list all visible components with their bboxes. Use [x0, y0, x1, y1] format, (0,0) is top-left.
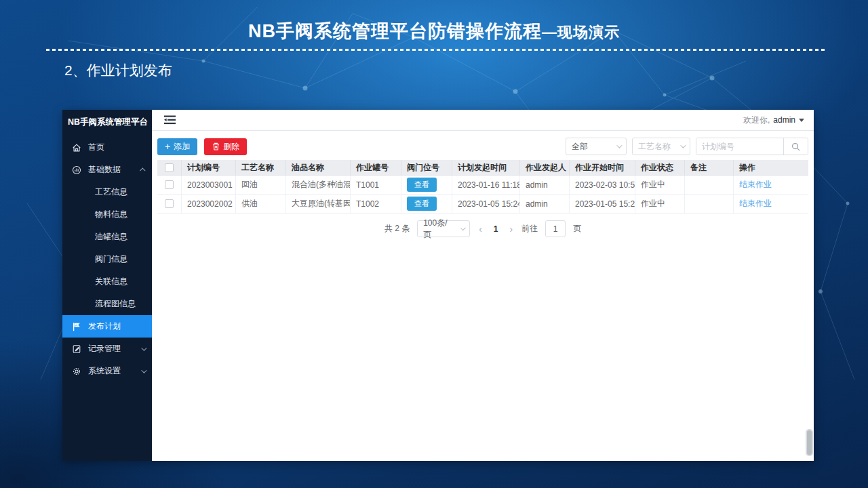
sidebar-item-label: 流程图信息 — [95, 298, 136, 310]
plan-start-time-cell: 2023-01-05 15:24:18 — [452, 195, 520, 213]
sidebar-item-record-management[interactable]: 记录管理 — [62, 338, 152, 360]
process-name-cell: 供油 — [236, 195, 286, 213]
table-header-row: 计划编号 工艺名称 油品名称 作业罐号 阀门位号 计划发起时间 作业发起人 作业… — [157, 160, 808, 176]
sidebar-app-title: NB手阀系统管理平台 — [62, 110, 152, 136]
publish-flag-icon — [71, 321, 82, 332]
topbar: 欢迎你, admin — [152, 110, 814, 131]
column-header: 计划发起时间 — [452, 160, 520, 175]
tank-number-cell: T1001 — [351, 176, 401, 194]
sidebar-item-home[interactable]: 首页 — [62, 136, 152, 159]
prev-page-button[interactable]: ‹ — [477, 224, 484, 235]
goto-label: 前往 — [521, 223, 538, 235]
sidebar-item-process-info[interactable]: 工艺信息 — [62, 181, 152, 203]
app-window-screenshot: NB手阀系统管理平台 首页 基础数据 工艺信息 物料信息 油罐信息 阀门信息 关… — [62, 110, 814, 461]
sidebar-item-publish-plan[interactable]: 发布计划 — [62, 315, 152, 338]
end-job-link[interactable]: 结束作业 — [739, 198, 772, 209]
plan-start-time-cell: 2023-01-16 11:18:01 — [452, 176, 520, 194]
view-valve-button[interactable]: 查看 — [407, 178, 437, 192]
plan-number-search-input[interactable] — [696, 138, 783, 155]
process-name-select[interactable]: 工艺名称 — [632, 138, 690, 155]
home-icon — [71, 142, 82, 153]
column-header: 阀门位号 — [401, 160, 452, 175]
job-start-time-cell: 2023-02-03 10:53:55 — [570, 176, 635, 194]
goto-page-input[interactable] — [545, 220, 566, 237]
remark-cell — [685, 195, 734, 213]
content-panel: + 添加 删除 全部 — [152, 131, 814, 461]
sidebar-item-label: 关联信息 — [95, 276, 127, 287]
column-header: 工艺名称 — [236, 160, 286, 175]
initiator-cell: admin — [520, 176, 570, 194]
user-menu[interactable]: 欢迎你, admin — [743, 115, 804, 126]
page-unit-label: 页 — [573, 223, 581, 235]
column-header: 备注 — [685, 160, 734, 175]
sidebar-item-material-info[interactable]: 物料信息 — [62, 203, 152, 226]
plus-icon: + — [165, 142, 170, 151]
search-group — [696, 138, 808, 155]
sidebar-item-label: 阀门信息 — [95, 253, 127, 265]
sidebar: NB手阀系统管理平台 首页 基础数据 工艺信息 物料信息 油罐信息 阀门信息 关… — [62, 110, 152, 461]
sidebar-item-label: 系统设置 — [88, 365, 121, 377]
filter-group: 全部 工艺名称 — [566, 138, 808, 155]
job-status-cell: 作业中 — [635, 195, 685, 213]
sidebar-item-label: 首页 — [88, 142, 104, 153]
table-row: 2023002002 供油 大豆原油(转基因) T1002 查看 2023-01… — [157, 195, 808, 214]
vertical-scrollbar-thumb[interactable] — [806, 429, 813, 456]
end-job-link[interactable]: 结束作业 — [739, 179, 772, 190]
remark-cell — [685, 176, 734, 194]
username: admin — [773, 115, 795, 125]
plan-number-cell: 2023003001 — [182, 176, 236, 194]
sidebar-item-label: 发布计划 — [88, 321, 121, 332]
row-checkbox[interactable] — [165, 199, 174, 208]
sidebar-item-system-settings[interactable]: 系统设置 — [62, 360, 152, 382]
sidebar-item-flowchart-info[interactable]: 流程图信息 — [62, 293, 152, 315]
delete-button[interactable]: 删除 — [204, 138, 247, 155]
sidebar-item-valve-info[interactable]: 阀门信息 — [62, 248, 152, 270]
main-area: 欢迎你, admin + 添加 删除 — [152, 110, 814, 461]
column-header: 油品名称 — [286, 160, 351, 175]
caret-down-icon — [799, 119, 804, 122]
search-button[interactable] — [783, 138, 808, 155]
title-divider-dotted-line — [46, 49, 825, 51]
column-header: 计划编号 — [182, 160, 236, 175]
job-status-cell: 作业中 — [635, 176, 685, 194]
sidebar-item-relation-info[interactable]: 关联信息 — [62, 270, 152, 293]
slide-title: NB手阀系统管理平台防错操作流程—现场演示 — [0, 19, 868, 43]
status-filter-select[interactable]: 全部 — [566, 138, 627, 155]
sidebar-item-label: 记录管理 — [88, 343, 121, 354]
slide-title-main: NB手阀系统管理平台防错操作流程 — [248, 21, 542, 41]
column-header: 操作 — [734, 160, 808, 175]
row-checkbox[interactable] — [165, 180, 174, 189]
current-page-number[interactable]: 1 — [491, 224, 501, 234]
welcome-text: 欢迎你, — [743, 115, 770, 126]
chevron-down-icon — [680, 142, 686, 148]
column-header: 作业状态 — [635, 160, 685, 175]
next-page-button[interactable]: › — [509, 224, 515, 235]
search-icon — [791, 142, 800, 151]
sidebar-item-tank-info[interactable]: 油罐信息 — [62, 226, 152, 248]
total-count: 共 2 条 — [384, 223, 410, 235]
gear-icon — [71, 366, 82, 377]
oil-name-cell: 大豆原油(转基因) — [286, 195, 351, 213]
chevron-up-icon — [140, 167, 145, 173]
add-button[interactable]: + 添加 — [157, 138, 197, 155]
data-icon — [71, 165, 82, 176]
process-name-cell: 回油 — [236, 176, 286, 194]
toolbar: + 添加 删除 全部 — [157, 138, 808, 155]
record-icon — [71, 344, 82, 354]
slide-title-suffix: —现场演示 — [542, 24, 620, 41]
tank-number-cell: T1002 — [351, 195, 401, 213]
chevron-down-icon — [141, 367, 146, 373]
table-row: 2023003001 回油 混合油(多种油混合) T1001 查看 2023-0… — [157, 176, 808, 195]
oil-name-cell: 混合油(多种油混合) — [286, 176, 351, 194]
sidebar-collapse-icon[interactable] — [164, 115, 176, 125]
presentation-slide: NB手阀系统管理平台防错操作流程—现场演示 2、作业计划发布 NB手阀系统管理平… — [0, 0, 868, 488]
page-size-select[interactable]: 100条/页 — [417, 220, 470, 237]
select-all-checkbox[interactable] — [165, 163, 174, 172]
job-start-time-cell: 2023-01-05 15:24:20 — [570, 195, 635, 213]
view-valve-button[interactable]: 查看 — [407, 197, 437, 211]
column-header: 作业开始时间 — [570, 160, 635, 175]
pagination: 共 2 条 100条/页 ‹ 1 › 前往 页 — [157, 220, 808, 237]
slide-subtitle: 2、作业计划发布 — [64, 61, 172, 80]
initiator-cell: admin — [520, 195, 570, 213]
sidebar-item-basic-data[interactable]: 基础数据 — [62, 159, 152, 181]
